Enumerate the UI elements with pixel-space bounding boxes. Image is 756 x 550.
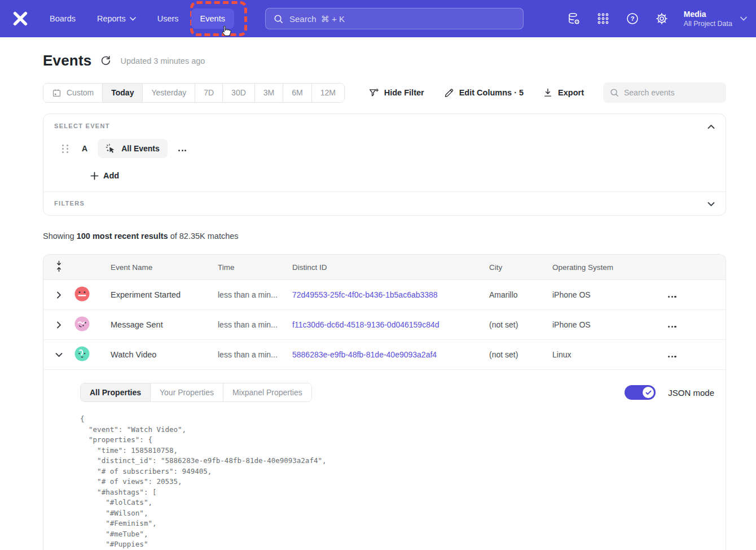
row-more-button[interactable] [647,350,726,360]
expand-row-button[interactable] [56,291,61,299]
tab-all-properties[interactable]: All Properties [81,383,151,401]
filters-section[interactable]: FILTERS [43,192,726,215]
range-12m[interactable]: 12M [312,84,344,102]
toolbar-actions: Hide Filter Edit Columns · 5 Export [368,82,726,103]
project-switcher[interactable]: Media All Project Data [684,9,747,28]
collapse-section-button[interactable] [707,121,715,132]
settings-gear-icon [655,12,669,25]
avatar [74,346,102,364]
table-row-expanded[interactable]: Watch Video less than a min... 5886283e-… [43,340,726,370]
select-event-label: SELECT EVENT [54,123,715,129]
summary-count: 100 most recent results [77,232,168,241]
table-header-row: Event Name Time Distinct ID City Operati… [43,255,726,280]
range-custom[interactable]: Custom [43,84,103,102]
events-search-input[interactable] [624,88,719,97]
clause-letter: A [82,144,87,153]
event-selector-chip[interactable]: All Events [98,139,168,158]
city-cell: (not set) [483,320,545,329]
add-event-button[interactable]: Add [90,171,119,180]
table-row[interactable]: Message Sent less than a min... f11c30d6… [43,310,726,340]
range-today[interactable]: Today [103,84,143,102]
calendar-icon [52,88,61,98]
event-name-cell: Experiment Started [102,290,212,299]
toggle-knob [643,387,654,398]
range-label: Custom [67,88,94,97]
distinct-id-link[interactable]: f11c30d6-dc6d-4518-9136-0d046159c84d [285,320,483,329]
drag-handle-icon[interactable] [62,145,70,153]
apps-grid-button[interactable] [592,8,614,29]
json-mode-toggle[interactable] [625,385,656,400]
range-30d[interactable]: 30D [223,84,255,102]
tab-your-properties[interactable]: Your Properties [151,383,223,401]
expand-row-button[interactable] [56,321,61,329]
city-cell: Amarillo [483,290,545,299]
distinct-id-link[interactable]: 5886283e-e9fb-48fb-81de-40e9093a2af4 [285,350,483,359]
collapse-row-button[interactable] [55,352,63,357]
os-cell: iPhone OS [545,290,647,299]
more-icon [668,356,676,357]
row-more-button[interactable] [647,290,726,300]
range-6m[interactable]: 6M [283,84,311,102]
cursor-hand-icon [219,25,231,41]
database-gear-icon [567,12,581,25]
select-event-section: SELECT EVENT A [43,114,726,191]
export-download-icon [543,88,553,98]
add-label: Add [103,171,119,180]
event-json-viewer[interactable]: { "event": "Watch Video", "properties": … [80,414,714,550]
search-icon [274,14,283,24]
project-name: Media [684,9,732,19]
more-icon [668,326,676,328]
range-label: 3M [263,88,274,97]
edit-columns-button[interactable]: Edit Columns · 5 [443,88,524,98]
wizard-cursor-icon [106,143,116,154]
event-clause-row: A All Events [54,139,715,158]
help-button[interactable]: ? [622,8,643,29]
column-header-time: Time [212,263,285,272]
range-7d[interactable]: 7D [195,84,223,102]
row-more-button[interactable] [647,320,726,330]
range-label: 6M [292,88,302,97]
project-scope: All Project Data [684,19,732,28]
settings-button[interactable] [651,8,673,29]
refresh-icon[interactable] [100,55,111,66]
page-header: Events Updated 3 minutes ago [43,52,726,69]
column-header-city: City [483,263,545,272]
os-cell: Linux [545,350,647,359]
expand-section-button[interactable] [707,199,715,209]
clause-more-button[interactable] [178,143,187,154]
os-cell: iPhone OS [545,320,647,329]
time-cell: less than a min... [212,320,285,329]
hide-filter-label: Hide Filter [384,88,424,97]
column-header-distinct-id: Distinct ID [285,263,483,272]
nav-item-reports[interactable]: Reports [88,8,145,29]
nav-right-controls: ? Media All Project Data [563,0,747,37]
collapse-all-rows-button[interactable] [55,260,63,274]
distinct-id-link[interactable]: 72d49553-25fc-4f0c-b436-1b5ac6ab3388 [285,290,483,299]
nav-item-users[interactable]: Users [148,8,188,29]
events-search[interactable] [603,82,726,103]
range-label: 30D [231,88,246,97]
more-icon [178,150,187,151]
chevron-down-icon [707,202,715,207]
edit-pencil-icon [443,88,454,98]
event-name-cell: Watch Video [102,350,212,359]
global-search[interactable] [265,8,524,29]
nav-item-boards[interactable]: Boards [41,8,85,29]
hide-filter-button[interactable]: Hide Filter [368,88,424,98]
tab-mixpanel-properties[interactable]: Mixpanel Properties [223,383,311,401]
export-button[interactable]: Export [543,88,584,98]
summary-prefix: Showing [43,232,77,241]
edit-columns-label: Edit Columns · 5 [459,88,524,97]
json-mode-control: JSON mode [625,385,714,400]
summary-suffix: of 82.35K matches [168,232,239,241]
global-search-input[interactable] [289,14,515,24]
range-3m[interactable]: 3M [255,84,283,102]
table-row[interactable]: Experiment Started less than a min... 72… [43,280,726,310]
mixpanel-logo[interactable] [0,10,41,27]
range-label: Today [111,88,134,97]
filters-label: FILTERS [54,200,715,207]
range-yesterday[interactable]: Yesterday [143,84,195,102]
data-management-button[interactable] [563,8,584,29]
properties-tabs: All Properties Your Properties Mixpanel … [80,383,312,402]
event-name-cell: Message Sent [102,320,212,329]
